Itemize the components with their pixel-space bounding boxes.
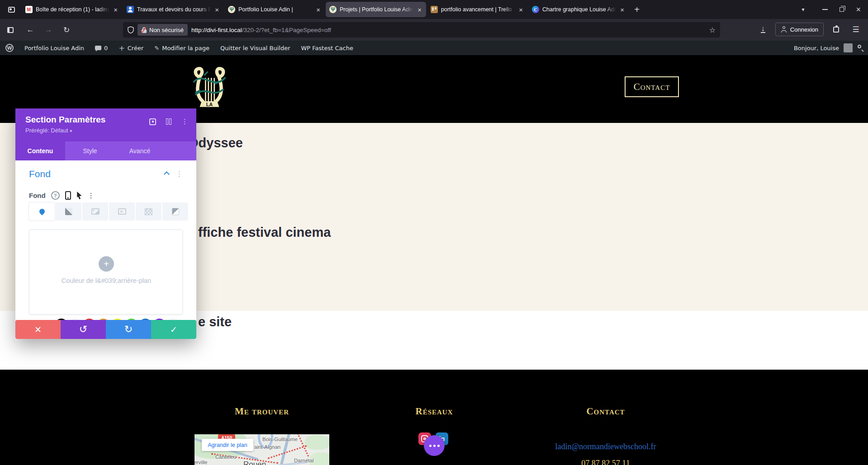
tab-style[interactable]: Style (65, 141, 115, 160)
security-chip[interactable]: Non sécurisé (138, 24, 188, 36)
bg-video-tab[interactable]: ▶ (109, 202, 135, 221)
bookmark-star-icon[interactable]: ☆ (709, 26, 716, 34)
bg-image-tab[interactable] (82, 202, 108, 221)
tab-contenu[interactable]: Contenu (15, 141, 65, 160)
project-heading-site[interactable]: e site (198, 315, 232, 329)
map-enlarge-button[interactable]: Agrandir le plan (202, 439, 253, 451)
url-text[interactable]: http://divi-first.local/320-2/?et_fb=1&P… (191, 27, 331, 33)
map-label: Darnétal (294, 458, 313, 463)
ellipsis-icon (429, 445, 432, 447)
fond-section-toggle[interactable]: Fond ⋮ (29, 169, 183, 179)
fond-section-title: Fond (29, 169, 51, 179)
help-icon[interactable]: ? (51, 191, 60, 200)
background-type-tabs: ▶ (29, 202, 189, 221)
browser-window: M Boîte de réception (1) - ladin@n × Tra… (0, 0, 868, 465)
close-icon[interactable]: × (518, 6, 524, 14)
map-label: aint-Aignan (254, 444, 280, 450)
admin-cache[interactable]: WP Fastest Cache (296, 41, 359, 55)
tab-list-chevron-icon[interactable]: ▾ (795, 2, 811, 17)
tab-cours[interactable]: Travaux et devoirs du cours R - × (123, 2, 223, 17)
back-icon[interactable]: ← (23, 23, 38, 37)
footer-email-link[interactable]: ladin@normandiewebschool.fr (538, 442, 674, 451)
kebab-menu-icon[interactable]: ⋮ (88, 192, 95, 200)
project-heading-odyssee[interactable]: Odyssee (188, 136, 243, 150)
bg-pattern-tab[interactable] (136, 202, 161, 221)
undo-button[interactable]: ↺ (61, 320, 106, 339)
forward-icon[interactable]: → (41, 23, 56, 37)
focus-mode-icon[interactable] (149, 118, 156, 125)
sidebar-toggle-icon[interactable] (3, 23, 18, 37)
panel-header[interactable]: Section Paramètres Préréglé: Défaut ▾ ⋮ (15, 108, 196, 141)
kebab-menu-icon[interactable]: ⋮ (181, 117, 188, 126)
close-icon[interactable]: × (417, 6, 422, 14)
tab-projets-active[interactable]: Ψ Projets | Portfolio Louise Adin × (326, 2, 426, 17)
contact-button[interactable]: Contact (625, 76, 679, 97)
close-icon[interactable]: × (619, 6, 625, 14)
panel-action-bar: ✕ ↺ ↻ ✓ (15, 320, 196, 339)
divi-page-settings-button[interactable] (424, 435, 445, 456)
kebab-menu-icon[interactable]: ⋮ (176, 170, 183, 178)
admin-site-name[interactable]: Portfolio Louise Adin (19, 41, 90, 55)
hover-cursor-icon[interactable] (76, 192, 82, 199)
signin-label: Connexion (790, 26, 818, 33)
tab-avance[interactable]: Avancé (115, 141, 165, 160)
firefox-view-icon[interactable] (4, 2, 19, 17)
layout-columns-icon[interactable] (166, 118, 171, 125)
comments-count: 0 (104, 45, 108, 52)
map-green-area (305, 435, 329, 450)
preset-selector[interactable]: Préréglé: Défaut ▾ (25, 127, 186, 134)
download-icon[interactable]: ↓ (755, 22, 771, 37)
redo-button[interactable]: ↻ (106, 320, 151, 339)
admin-edit-page[interactable]: ✎ Modifier la page (149, 41, 215, 55)
admin-comments[interactable]: 0 (90, 41, 113, 55)
project-heading-affiche[interactable]: ffiche festival cinema (198, 225, 331, 240)
fond-field-label: Fond (29, 192, 46, 199)
shield-icon[interactable] (128, 26, 134, 33)
close-icon[interactable]: × (214, 6, 220, 14)
close-icon[interactable]: × (315, 6, 321, 14)
signin-button[interactable]: Connexion (775, 23, 824, 36)
cancel-button[interactable]: ✕ (15, 320, 61, 339)
new-tab-button[interactable]: + (629, 2, 645, 17)
tab-portfolio-home[interactable]: Ψ Portfolio Louise Adin | × (224, 2, 325, 17)
bg-color-tab[interactable] (29, 202, 55, 221)
fond-field-row: Fond ? ⋮ (29, 191, 95, 200)
tab-title: Portfolio Louise Adin | (238, 6, 312, 13)
background-color-picker[interactable]: + Couleur de l&#039;arrière-plan (29, 230, 183, 315)
close-icon[interactable]: × (113, 6, 119, 14)
menu-icon[interactable]: ☰ (848, 22, 863, 37)
site-favicon: Ψ (329, 6, 337, 13)
tab-canva[interactable]: C Chartre graphique Louise Adin - × (528, 2, 629, 17)
bg-gradient-tab[interactable] (56, 202, 81, 221)
undo-icon: ↺ (79, 324, 87, 335)
minimize-icon[interactable] (822, 9, 828, 10)
admin-greeting[interactable]: Bonjour, Louise (794, 45, 839, 52)
google-map[interactable]: A150 Agrandir le plan Bois-Guillaume ain… (194, 434, 329, 465)
navigation-toolbar: ← → ↻ Non sécurisé http://divi-first.loc… (0, 19, 868, 41)
restore-icon[interactable] (840, 7, 844, 12)
admin-exit-builder[interactable]: Quitter le Visual Builder (215, 41, 295, 55)
preset-label: Préréglé: Défaut (25, 127, 68, 134)
bg-mask-tab[interactable] (162, 202, 188, 221)
url-path: /320-2/?et_fb=1&PageSpeed=off (242, 27, 331, 33)
admin-new-label: Créer (128, 45, 143, 52)
extensions-icon[interactable] (828, 22, 844, 37)
chevron-up-icon[interactable] (164, 171, 170, 177)
responsive-phone-icon[interactable] (65, 191, 71, 200)
avatar[interactable] (844, 43, 853, 52)
reload-icon[interactable]: ↻ (59, 23, 74, 37)
confirm-button[interactable]: ✓ (151, 320, 196, 339)
lyre-logo[interactable]: LA (190, 65, 229, 112)
tab-title: Boîte de réception (1) - ladin@n (36, 6, 109, 13)
admin-new[interactable]: + Créer (113, 41, 149, 55)
url-bar[interactable]: Non sécurisé http://divi-first.local/320… (123, 22, 720, 38)
tab-mail[interactable]: M Boîte de réception (1) - ladin@n × (22, 2, 122, 17)
search-icon[interactable] (857, 44, 864, 52)
wp-logo[interactable]: W (0, 41, 19, 55)
account-icon (781, 26, 787, 33)
add-color-button[interactable]: + (99, 256, 114, 272)
tab-trello[interactable]: portfolio avancement | Trello × (427, 2, 527, 17)
window-close-icon[interactable]: × (856, 5, 861, 14)
wp-admin-bar: W Portfolio Louise Adin 0 + Créer ✎ Modi… (0, 41, 868, 55)
footer-heading-contact: Contact (551, 406, 660, 417)
